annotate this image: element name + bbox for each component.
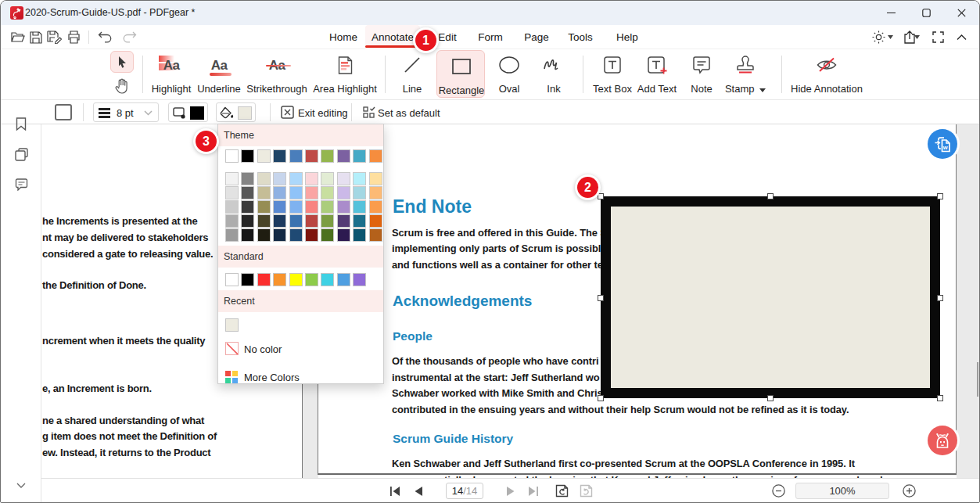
theme-variant-swatch[interactable] xyxy=(257,228,271,242)
theme-dropdown-arrow-icon[interactable] xyxy=(885,25,895,49)
theme-variant-swatch[interactable] xyxy=(257,186,271,199)
theme-color-swatch[interactable] xyxy=(289,149,303,163)
redo-icon[interactable] xyxy=(120,25,139,49)
standard-color-swatch[interactable] xyxy=(305,273,318,286)
resize-handle-top-left[interactable] xyxy=(598,193,604,199)
theme-variant-swatch[interactable] xyxy=(273,200,286,214)
border-color-button[interactable] xyxy=(168,102,208,122)
rotate-left-button[interactable] xyxy=(551,479,572,503)
document-viewport[interactable]: he Increments is presented at the nt may… xyxy=(41,124,980,478)
theme-color-swatch[interactable] xyxy=(305,149,318,163)
theme-variant-swatch[interactable] xyxy=(369,228,382,242)
last-page-button[interactable] xyxy=(524,479,543,503)
comments-panel-icon[interactable] xyxy=(1,178,41,191)
theme-color-swatch[interactable] xyxy=(337,149,350,163)
no-color-icon[interactable] xyxy=(225,342,239,355)
resize-handle-middle-right[interactable] xyxy=(937,295,943,301)
theme-variant-swatch[interactable] xyxy=(241,172,254,185)
theme-variant-swatch[interactable] xyxy=(289,214,303,228)
theme-variant-swatch[interactable] xyxy=(241,186,254,199)
zoom-level-display[interactable]: 100% xyxy=(795,483,889,499)
save-icon[interactable] xyxy=(27,25,45,49)
pages-panel-icon[interactable] xyxy=(1,148,41,161)
theme-variant-swatch[interactable] xyxy=(305,172,318,185)
menu-form[interactable]: Form xyxy=(472,25,509,49)
theme-variant-swatch[interactable] xyxy=(369,172,382,185)
standard-color-swatch[interactable] xyxy=(225,273,239,286)
rotate-right-button[interactable] xyxy=(576,479,596,503)
theme-variant-swatch[interactable] xyxy=(225,172,239,185)
menu-help[interactable]: Help xyxy=(610,25,644,49)
style-preview-button[interactable] xyxy=(55,104,72,120)
theme-variant-swatch[interactable] xyxy=(257,214,271,228)
theme-variant-swatch[interactable] xyxy=(273,214,286,228)
page-number-input[interactable]: 14/14 xyxy=(446,483,483,499)
bookmarks-panel-icon[interactable] xyxy=(1,117,41,131)
theme-variant-swatch[interactable] xyxy=(241,200,254,214)
more-colors-icon[interactable] xyxy=(225,371,238,383)
theme-variant-swatch[interactable] xyxy=(321,172,334,185)
set-default-label[interactable]: Set as default xyxy=(378,107,440,119)
theme-color-swatch[interactable] xyxy=(321,149,334,163)
theme-variant-swatch[interactable] xyxy=(273,228,286,242)
theme-color-swatch[interactable] xyxy=(273,149,286,163)
theme-color-swatch[interactable] xyxy=(225,149,239,163)
theme-variant-swatch[interactable] xyxy=(353,228,366,242)
theme-color-swatch[interactable] xyxy=(353,149,366,163)
theme-variant-swatch[interactable] xyxy=(305,228,318,242)
standard-color-swatch[interactable] xyxy=(321,273,334,286)
exit-editing-label[interactable]: Exit editing xyxy=(298,107,348,119)
hand-tool-icon[interactable] xyxy=(114,77,130,94)
theme-variant-swatch[interactable] xyxy=(289,200,303,214)
theme-color-swatch[interactable] xyxy=(257,149,271,163)
theme-variant-swatch[interactable] xyxy=(225,228,239,242)
rectangle-annotation[interactable] xyxy=(601,196,940,398)
theme-variant-swatch[interactable] xyxy=(305,200,318,214)
exit-editing-button[interactable] xyxy=(281,106,294,119)
minimize-button[interactable] xyxy=(875,1,906,25)
theme-variant-swatch[interactable] xyxy=(337,228,350,242)
ai-copilot-button[interactable] xyxy=(928,426,957,455)
theme-variant-swatch[interactable] xyxy=(225,186,239,199)
menu-page[interactable]: Page xyxy=(518,25,555,49)
hide-annotation-tool[interactable]: Hide Annotation xyxy=(776,49,878,95)
theme-variant-swatch[interactable] xyxy=(321,228,334,242)
theme-variant-swatch[interactable] xyxy=(241,214,254,228)
theme-variant-swatch[interactable] xyxy=(353,200,366,214)
collapse-ribbon-icon[interactable] xyxy=(952,25,971,49)
vertical-scrollbar-thumb[interactable] xyxy=(977,362,978,397)
standard-color-swatch[interactable] xyxy=(257,273,271,286)
previous-page-button[interactable] xyxy=(409,479,428,503)
share-dropdown-arrow-icon[interactable] xyxy=(912,25,921,49)
theme-variant-swatch[interactable] xyxy=(289,228,303,242)
standard-color-swatch[interactable] xyxy=(241,273,254,286)
theme-variant-swatch[interactable] xyxy=(273,172,286,185)
fullscreen-icon[interactable] xyxy=(928,25,947,49)
resize-handle-top-middle[interactable] xyxy=(767,193,774,199)
resize-handle-bottom-right[interactable] xyxy=(937,395,943,401)
close-button[interactable] xyxy=(946,1,977,25)
thickness-dropdown[interactable]: 8 pt xyxy=(93,102,159,122)
theme-variant-swatch[interactable] xyxy=(241,228,254,242)
no-color-label[interactable]: No color xyxy=(244,343,282,355)
menu-edit[interactable]: Edit xyxy=(432,25,462,49)
menu-tools[interactable]: Tools xyxy=(562,25,599,49)
next-page-button[interactable] xyxy=(501,479,520,503)
save-as-icon[interactable] xyxy=(45,25,64,49)
first-page-button[interactable] xyxy=(386,479,404,503)
print-icon[interactable] xyxy=(64,25,83,49)
fill-color-button[interactable] xyxy=(216,102,256,122)
theme-variant-swatch[interactable] xyxy=(337,186,350,199)
menu-home[interactable]: Home xyxy=(323,25,364,49)
open-file-icon[interactable] xyxy=(9,25,27,49)
zoom-in-button[interactable] xyxy=(899,479,918,503)
theme-variant-swatch[interactable] xyxy=(257,172,271,185)
theme-variant-swatch[interactable] xyxy=(353,172,366,185)
set-default-button[interactable] xyxy=(363,106,375,118)
zoom-out-button[interactable] xyxy=(769,479,788,503)
standard-color-swatch[interactable] xyxy=(289,273,303,286)
theme-variant-swatch[interactable] xyxy=(337,214,350,228)
theme-variant-swatch[interactable] xyxy=(353,186,366,199)
recent-color-swatch[interactable] xyxy=(225,318,239,332)
resize-handle-middle-left[interactable] xyxy=(598,295,604,301)
